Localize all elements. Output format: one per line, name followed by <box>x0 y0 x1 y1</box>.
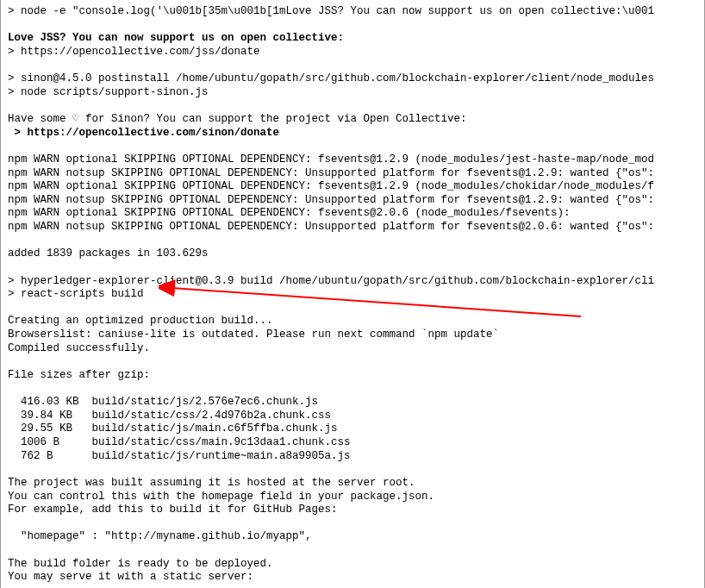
terminal-line: > react-scripts build <box>8 288 697 302</box>
terminal-line: npm WARN notsup SKIPPING OPTIONAL DEPEND… <box>8 194 697 208</box>
terminal-line: Compiled successfully. <box>8 342 697 356</box>
terminal-line: Browserslist: caniuse-lite is outdated. … <box>8 328 697 342</box>
terminal-line <box>8 235 697 248</box>
terminal-line: Creating an optimized production build..… <box>8 315 697 328</box>
terminal-line <box>8 383 697 397</box>
terminal-line: npm WARN optional SKIPPING OPTIONAL DEPE… <box>8 180 697 194</box>
terminal-line <box>8 140 697 153</box>
terminal-line <box>8 59 697 73</box>
terminal-line <box>8 99 697 113</box>
terminal-line: File sizes after gzip: <box>8 369 697 383</box>
terminal-line: > sinon@4.5.0 postinstall /home/ubuntu/g… <box>8 72 697 86</box>
terminal-line <box>8 544 697 558</box>
terminal-line: The project was built assuming it is hos… <box>8 477 697 491</box>
terminal-line: npm WARN optional SKIPPING OPTIONAL DEPE… <box>8 153 697 167</box>
terminal-line: npm WARN optional SKIPPING OPTIONAL DEPE… <box>8 207 697 221</box>
terminal-line <box>8 261 697 275</box>
terminal-line <box>8 355 697 369</box>
terminal-line: > https://opencollective.com/jss/donate <box>8 46 697 59</box>
terminal-line: > node -e "console.log('\u001b[35m\u001b… <box>8 5 697 19</box>
terminal-line: 29.55 KB build/static/js/main.c6f5ffba.c… <box>8 422 697 436</box>
terminal-output[interactable]: > node -e "console.log('\u001b[35m\u001b… <box>0 0 705 588</box>
terminal-line: For example, add this to build it for Gi… <box>8 504 697 517</box>
terminal-line: Have some ♡ for Sinon? You can support t… <box>8 113 697 127</box>
terminal-line: "homepage" : "http://myname.github.io/my… <box>8 530 697 544</box>
terminal-line <box>8 517 697 531</box>
terminal-line: 762 B build/static/js/runtime~main.a8a99… <box>8 450 697 464</box>
terminal-line: 1006 B build/static/css/main.9c13daa1.ch… <box>8 436 697 450</box>
terminal-line: > hyperledger-explorer-client@0.3.9 buil… <box>8 275 697 289</box>
terminal-line: npm WARN notsup SKIPPING OPTIONAL DEPEND… <box>8 167 697 181</box>
terminal-line: Love JSS? You can now support us on open… <box>8 32 697 46</box>
terminal-line: 416.03 KB build/static/js/2.576e7ec6.chu… <box>8 396 697 410</box>
terminal-line: You can control this with the homepage f… <box>8 491 697 504</box>
terminal-line: added 1839 packages in 103.629s <box>8 247 697 261</box>
terminal-line <box>8 302 697 316</box>
terminal-line: npm WARN notsup SKIPPING OPTIONAL DEPEND… <box>8 221 697 235</box>
terminal-line: You may serve it with a static server: <box>8 571 697 585</box>
terminal-line <box>8 463 697 477</box>
terminal-line: > node scripts/support-sinon.js <box>8 86 697 100</box>
terminal-line: 39.84 KB build/static/css/2.4d976b2a.chu… <box>8 410 697 423</box>
terminal-line <box>8 585 697 588</box>
terminal-line: The build folder is ready to be deployed… <box>8 558 697 572</box>
terminal-line: > https://opencollective.com/sinon/donat… <box>8 127 697 141</box>
terminal-line <box>8 19 697 33</box>
